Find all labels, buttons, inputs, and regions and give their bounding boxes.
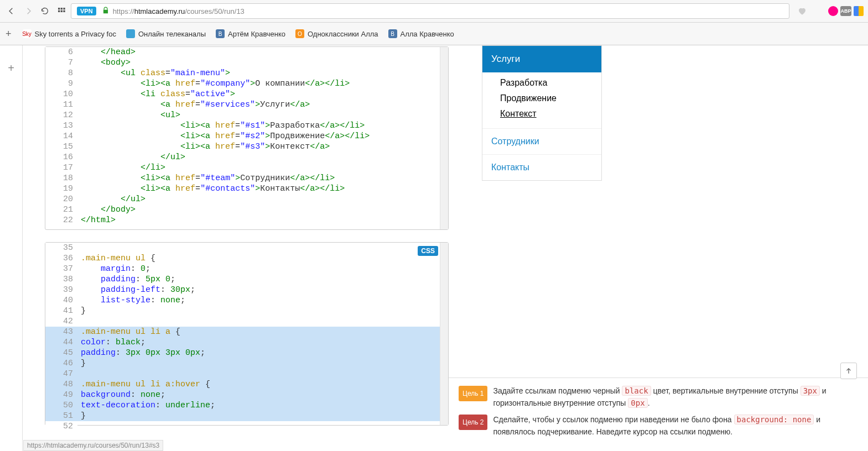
code-line[interactable]: 22</html> (45, 215, 448, 226)
code-content[interactable]: <li><a href="#team">Сотрудники</a></li> (77, 173, 448, 183)
code-line[interactable]: 41} (45, 306, 448, 316)
code-line[interactable]: 38 padding: 5px 0; (45, 274, 448, 285)
code-content[interactable]: </ul> (77, 152, 448, 162)
code-line[interactable]: 47 (45, 369, 448, 379)
code-content[interactable] (77, 369, 448, 379)
html-editor[interactable]: 6 </head>7 <body>8 <ul class="main-menu"… (45, 46, 449, 230)
code-content[interactable]: margin: 0; (77, 264, 448, 274)
bookmark-item[interactable]: OОдноклассники Алла (295, 29, 378, 38)
code-content[interactable]: </head> (77, 47, 448, 57)
scroll-top-button[interactable] (840, 363, 857, 379)
preview-sub-item-hover[interactable]: Контекст (500, 106, 601, 122)
reload-button[interactable] (38, 4, 52, 18)
code-line[interactable]: 15 <li><a href="#s3">Контекст</a> (45, 141, 448, 152)
preview-menu-header[interactable]: Услуги (482, 46, 601, 72)
favorite-button[interactable] (795, 4, 809, 18)
code-content[interactable]: background: none; (77, 390, 448, 400)
code-line[interactable]: 39 padding-left: 30px; (45, 285, 448, 295)
bookmark-item[interactable]: Онлайн телеканалы (126, 29, 206, 38)
goal-2-text: Сделайте, чтобы у ссылок подменю при нав… (493, 413, 858, 438)
code-content[interactable]: <li><a href="#s2">Продвижение</a></li> (77, 131, 448, 141)
code-content[interactable]: <li><a href="#s1">Разработка</a></li> (77, 120, 448, 131)
code-content[interactable]: .main-menu ul { (77, 253, 448, 264)
code-line[interactable]: 48.main-menu ul li a:hover { (45, 379, 448, 390)
code-line[interactable]: 44color: black; (45, 337, 448, 348)
code-content[interactable]: <li><a href="#s3">Контекст</a> (77, 141, 448, 152)
extension-icon-abp[interactable]: ABP (840, 6, 851, 16)
code-content[interactable]: } (77, 306, 448, 316)
code-line[interactable]: 18 <li><a href="#team">Сотрудники</a></l… (45, 173, 448, 183)
code-line[interactable]: 11 <a href="#services">Услуги</a> (45, 99, 448, 110)
code-content[interactable] (77, 421, 448, 432)
code-line[interactable]: 37 margin: 0; (45, 264, 448, 274)
code-line[interactable]: 13 <li><a href="#s1">Разработка</a></li> (45, 120, 448, 131)
code-content[interactable]: </html> (77, 215, 448, 226)
preview-sub-item[interactable]: Разработка (500, 75, 601, 91)
code-content[interactable]: } (77, 411, 448, 421)
code-line[interactable]: 12 <ul> (45, 110, 448, 120)
code-content[interactable] (77, 243, 448, 253)
preview-menu-item[interactable]: Сотрудники (482, 128, 601, 154)
code-content[interactable]: </ul> (77, 194, 448, 204)
code-content[interactable]: <li><a href="#contacts">Контакты</a></li… (77, 183, 448, 194)
code-content[interactable]: color: black; (77, 337, 448, 348)
code-line[interactable]: 14 <li><a href="#s2">Продвижение</a></li… (45, 131, 448, 141)
code-content[interactable]: </body> (77, 204, 448, 215)
code-line[interactable]: 49background: none; (45, 390, 448, 400)
code-line[interactable]: 40 list-style: none; (45, 295, 448, 306)
extension-icon-translate[interactable] (854, 6, 864, 16)
scrollbar[interactable] (440, 243, 448, 425)
code-content[interactable]: <ul> (77, 110, 448, 120)
code-content[interactable]: text-decoration: underline; (77, 400, 448, 411)
code-line[interactable]: 6 </head> (45, 47, 448, 57)
new-tab-button[interactable]: + (6, 28, 12, 40)
code-content[interactable]: <a href="#services">Услуги</a> (77, 99, 448, 110)
code-content[interactable]: <li class="active"> (77, 89, 448, 99)
code-line[interactable]: 36.main-menu ul { (45, 253, 448, 264)
arrow-right-icon (24, 7, 33, 15)
code-line[interactable]: 43.main-menu ul li a { (45, 327, 448, 337)
apps-button[interactable] (54, 4, 69, 18)
code-line[interactable]: 17 </li> (45, 162, 448, 173)
code-line[interactable]: 10 <li class="active"> (45, 89, 448, 99)
code-line[interactable]: 50text-decoration: underline; (45, 400, 448, 411)
code-content[interactable]: <body> (77, 57, 448, 68)
code-line[interactable]: 7 <body> (45, 57, 448, 68)
address-bar[interactable]: VPN https://htmlacademy.ru/courses/50/ru… (71, 3, 789, 19)
code-line[interactable]: 16 </ul> (45, 152, 448, 162)
code-content[interactable]: padding-left: 30px; (77, 285, 448, 295)
code-line[interactable]: 35 (45, 243, 448, 253)
code-line[interactable]: 21 </body> (45, 204, 448, 215)
css-editor[interactable]: CSS 3536.main-menu ul {37 margin: 0;38 p… (45, 242, 449, 426)
preview-sub-item[interactable]: Продвижение (500, 91, 601, 106)
forward-button[interactable] (21, 4, 35, 18)
code-line[interactable]: 51} (45, 411, 448, 421)
code-content[interactable]: .main-menu ul li a:hover { (77, 379, 448, 390)
code-line[interactable]: 19 <li><a href="#contacts">Контакты</a><… (45, 183, 448, 194)
code-content[interactable]: <li><a href="#company">О компании</a></l… (77, 78, 448, 89)
code-content[interactable]: padding: 5px 0; (77, 274, 448, 285)
back-button[interactable] (4, 4, 19, 18)
code-content[interactable]: padding: 3px 0px 3px 0px; (77, 348, 448, 358)
code-line[interactable]: 42 (45, 316, 448, 327)
bookmark-item[interactable]: BАртём Кравченко (216, 29, 285, 38)
bookmark-item[interactable]: BАлла Кравченко (388, 29, 454, 38)
sidebar-add-button[interactable]: + (8, 62, 14, 451)
goal-2: Цель 2 Сделайте, чтобы у ссылок подменю … (459, 413, 858, 438)
code-content[interactable]: </li> (77, 162, 448, 173)
code-content[interactable] (77, 316, 448, 327)
code-line[interactable]: 46} (45, 358, 448, 369)
code-line[interactable]: 9 <li><a href="#company">О компании</a><… (45, 78, 448, 89)
code-line[interactable]: 45padding: 3px 0px 3px 0px; (45, 348, 448, 358)
code-content[interactable]: list-style: none; (77, 295, 448, 306)
code-line[interactable]: 8 <ul class="main-menu"> (45, 68, 448, 78)
scrollbar[interactable] (440, 47, 448, 229)
extension-icon-1[interactable] (828, 6, 838, 16)
bookmark-item[interactable]: SkySky torrents a Privacy foc (23, 29, 116, 38)
code-content[interactable]: } (77, 358, 448, 369)
code-content[interactable]: .main-menu ul li a { (77, 327, 448, 337)
preview-menu-item[interactable]: Контакты (482, 154, 601, 180)
code-line[interactable]: 20 </ul> (45, 194, 448, 204)
code-content[interactable]: <ul class="main-menu"> (77, 68, 448, 78)
code-line[interactable]: 52 (45, 421, 448, 432)
